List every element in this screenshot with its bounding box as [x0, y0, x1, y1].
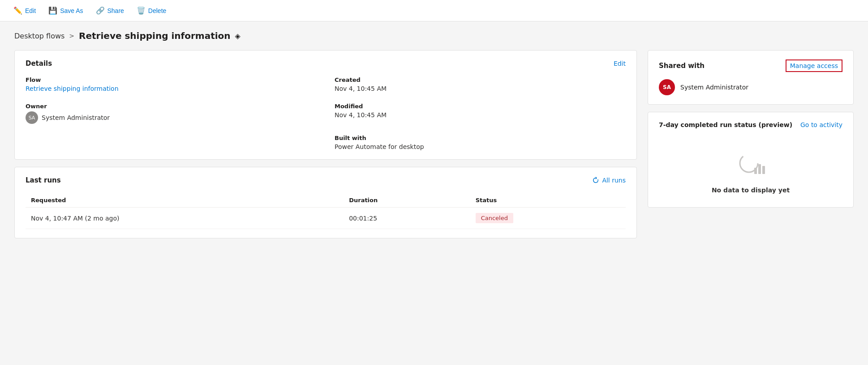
left-column: Details Edit Flow Retrieve shipping info…: [14, 50, 637, 238]
shared-user-row: SA System Administrator: [659, 79, 842, 95]
shared-header: Shared with Manage access: [659, 59, 842, 72]
delete-label: Delete: [148, 7, 166, 14]
toolbar: ✏️ Edit 💾 Save As 🔗 Share 🗑️ Delete: [0, 0, 868, 21]
last-runs-card: Last runs All runs Requested Duration: [14, 167, 637, 238]
table-row: Nov 4, 10:47 AM (2 mo ago) 00:01:25 Canc…: [26, 208, 626, 229]
owner-label: Owner: [26, 103, 317, 110]
all-runs-label: All runs: [602, 177, 626, 184]
shared-title: Shared with: [659, 62, 705, 70]
details-grid: Flow Retrieve shipping information Creat…: [26, 76, 626, 150]
run-requested: Nov 4, 10:47 AM (2 mo ago): [26, 208, 344, 229]
col-requested: Requested: [26, 193, 344, 208]
details-card: Details Edit Flow Retrieve shipping info…: [14, 50, 637, 160]
modified-value: Nov 4, 10:45 AM: [335, 111, 626, 119]
built-with-item: Built with Power Automate for desktop: [335, 135, 626, 150]
right-column: Shared with Manage access SA System Admi…: [648, 50, 854, 238]
flow-value[interactable]: Retrieve shipping information: [26, 85, 317, 92]
share-label: Share: [107, 7, 124, 14]
refresh-icon: [592, 177, 599, 184]
run-duration: 00:01:25: [344, 208, 470, 229]
save-as-button[interactable]: 💾 Save As: [44, 4, 87, 17]
run-status: Canceled: [470, 208, 626, 229]
edit-label: Edit: [25, 7, 36, 14]
owner-row: SA System Administrator: [26, 111, 317, 124]
status-badge: Canceled: [476, 213, 513, 223]
breadcrumb-parent[interactable]: Desktop flows: [14, 32, 64, 40]
no-data-chart-icon: [736, 151, 765, 179]
delete-button[interactable]: 🗑️ Delete: [132, 4, 171, 17]
activity-card: 7-day completed run status (preview) Go …: [648, 112, 854, 208]
runs-table: Requested Duration Status Nov 4, 10:47 A…: [26, 193, 626, 229]
modified-label: Modified: [335, 103, 626, 110]
breadcrumb-current: Retrieve shipping information: [79, 30, 231, 41]
diamond-icon: ◈: [235, 32, 241, 40]
all-runs-link[interactable]: All runs: [592, 177, 626, 184]
built-with-label: Built with: [335, 135, 626, 141]
no-data-area: No data to display yet: [659, 137, 842, 198]
manage-access-link[interactable]: Manage access: [786, 59, 842, 72]
share-icon: 🔗: [96, 6, 105, 15]
save-as-label: Save As: [60, 7, 83, 14]
breadcrumb: Desktop flows > Retrieve shipping inform…: [14, 30, 854, 41]
share-button[interactable]: 🔗 Share: [91, 4, 129, 17]
last-runs-header: Last runs All runs: [26, 176, 626, 184]
edit-button[interactable]: ✏️ Edit: [9, 4, 40, 17]
svg-rect-3: [762, 166, 765, 174]
owner-value: System Administrator: [42, 114, 110, 121]
details-card-header: Details Edit: [26, 59, 626, 68]
built-with-value: Power Automate for desktop: [335, 143, 626, 150]
owner-avatar: SA: [26, 111, 38, 124]
runs-table-header-row: Requested Duration Status: [26, 193, 626, 208]
col-duration: Duration: [344, 193, 470, 208]
no-data-text: No data to display yet: [712, 187, 790, 194]
last-runs-title: Last runs: [26, 176, 61, 184]
details-title: Details: [26, 59, 52, 68]
created-label: Created: [335, 76, 626, 83]
activity-title: 7-day completed run status (preview): [659, 121, 792, 128]
created-item: Created Nov 4, 10:45 AM: [335, 76, 626, 92]
flow-item: Flow Retrieve shipping information: [26, 76, 317, 92]
col-status: Status: [470, 193, 626, 208]
sa-initials: SA: [663, 84, 671, 90]
breadcrumb-area: Desktop flows > Retrieve shipping inform…: [14, 30, 854, 41]
details-edit-link[interactable]: Edit: [614, 60, 626, 67]
main-content: Details Edit Flow Retrieve shipping info…: [14, 50, 854, 238]
sa-avatar: SA: [659, 79, 675, 95]
shared-user-name: System Administrator: [680, 84, 748, 91]
svg-rect-2: [758, 164, 761, 174]
edit-icon: ✏️: [13, 6, 22, 15]
delete-icon: 🗑️: [137, 6, 146, 15]
go-to-activity-link[interactable]: Go to activity: [800, 121, 842, 128]
svg-rect-1: [754, 168, 757, 174]
save-as-icon: 💾: [48, 6, 57, 15]
owner-item: Owner SA System Administrator: [26, 103, 317, 124]
activity-header: 7-day completed run status (preview) Go …: [659, 121, 842, 128]
flow-label: Flow: [26, 76, 317, 83]
empty-grid-cell: [26, 135, 317, 150]
owner-initials: SA: [29, 115, 35, 121]
created-value: Nov 4, 10:45 AM: [335, 85, 626, 92]
modified-item: Modified Nov 4, 10:45 AM: [335, 103, 626, 124]
shared-with-card: Shared with Manage access SA System Admi…: [648, 50, 854, 105]
breadcrumb-separator: >: [69, 32, 74, 39]
